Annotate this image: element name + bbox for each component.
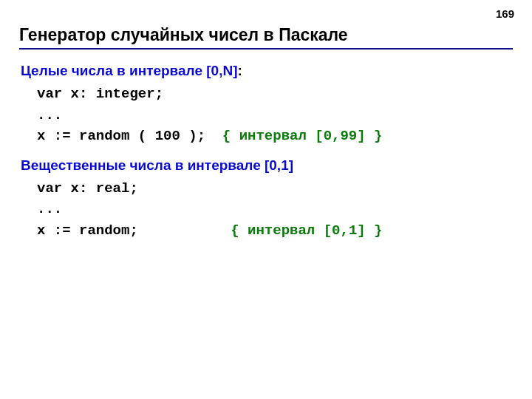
code-line: ...: [37, 201, 62, 217]
code-line: x := random ( 100 );: [37, 128, 222, 144]
section1-heading: Целые числа в интервале [0,N]:: [21, 63, 513, 79]
section2-code: var x: real; ... x := random; { интервал…: [37, 178, 513, 242]
code-line: ...: [37, 107, 62, 123]
page-number: 169: [496, 7, 514, 20]
section1-colon: :: [238, 63, 242, 78]
code-line: x := random;: [37, 222, 231, 239]
title-underline: [19, 48, 513, 50]
code-comment: { интервал [0,99] }: [222, 128, 383, 144]
code-line: var x: real;: [37, 180, 138, 197]
code-comment: { интервал [0,1] }: [231, 222, 382, 239]
page-title: Генератор случайных чисел в Паскале: [19, 25, 513, 45]
code-line: var x: integer;: [37, 86, 163, 102]
section1-code: var x: integer; ... x := random ( 100 );…: [37, 83, 513, 147]
section1-heading-text: Целые числа в интервале [0,N]: [21, 63, 238, 78]
section2-heading: Вещественные числа в интервале [0,1]: [21, 157, 513, 174]
